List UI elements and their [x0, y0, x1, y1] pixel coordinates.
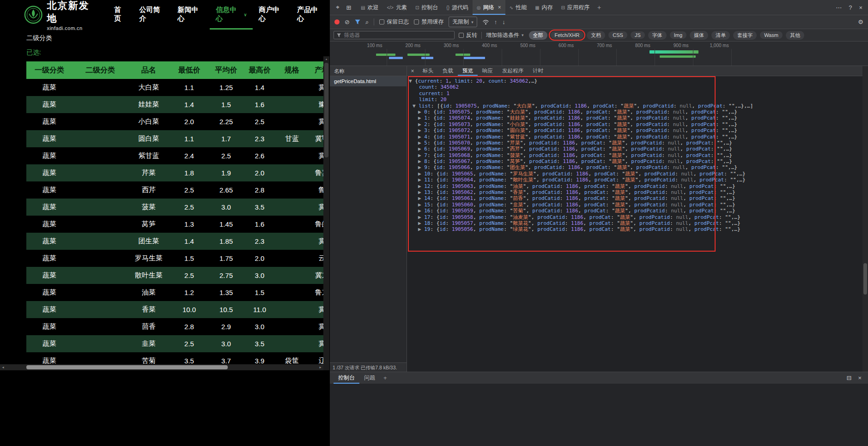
detail-tab-2[interactable]: 预览: [458, 66, 478, 76]
network-conditions-icon[interactable]: [482, 19, 489, 25]
filter-chip-2[interactable]: 文档: [587, 31, 605, 40]
filter-chip-5[interactable]: 字体: [648, 31, 667, 40]
throttling-select[interactable]: 无限制 ▾: [449, 17, 477, 27]
filter-chip-11[interactable]: 其他: [786, 31, 804, 40]
devtools-tab-performance[interactable]: ∿性能: [505, 0, 531, 15]
detail-tab-1[interactable]: 负载: [438, 66, 458, 76]
close-devtools-icon[interactable]: ×: [859, 4, 862, 11]
close-drawer-icon[interactable]: ×: [858, 372, 862, 384]
horizontal-scroll-track[interactable]: [6, 364, 317, 370]
filter-chip-7[interactable]: 媒体: [690, 31, 708, 40]
filter-chip-6[interactable]: Img: [670, 31, 686, 39]
drawer-tab-0[interactable]: 控制台: [334, 372, 359, 384]
horizontal-scroll-thumb[interactable]: [26, 365, 228, 369]
disable-cache-checkbox[interactable]: 禁用缓存: [414, 18, 443, 26]
nav-item-news-center[interactable]: 新闻中心: [171, 0, 210, 30]
devtools-tab-welcome[interactable]: ▤欢迎: [357, 0, 382, 15]
json-item-6[interactable]: ▶ 6: {id: 1905069, prodName: "西芹", prodC…: [407, 146, 868, 152]
nav-item-home[interactable]: 首页: [108, 0, 133, 30]
json-item-4[interactable]: ▶ 4: {id: 1905071, prodName: "紫甘蓝", prod…: [407, 134, 868, 140]
dock-drawer-icon[interactable]: ⊟: [847, 372, 852, 384]
drawer-tab-1[interactable]: 问题: [359, 372, 380, 384]
inspect-element-icon[interactable]: ⌖: [333, 4, 343, 11]
json-item-5[interactable]: ▶ 5: {id: 1905070, prodName: "芹菜", prodC…: [407, 140, 868, 146]
preserve-log-checkbox[interactable]: 保留日志: [379, 18, 409, 26]
nav-item-product-center[interactable]: 产品中心: [291, 0, 329, 30]
filter-chip-8[interactable]: 清单: [711, 31, 730, 40]
json-item-9[interactable]: ▶ 9: {id: 1905066, prodName: "团生菜", prod…: [407, 164, 868, 170]
more-options-icon[interactable]: ⋯: [836, 4, 842, 11]
invert-filter-checkbox[interactable]: 反转: [459, 31, 477, 39]
nav-item-merchant-center[interactable]: 商户中心: [253, 0, 291, 30]
json-item-3[interactable]: ▶ 3: {id: 1905072, prodName: "圆白菜", prod…: [407, 127, 868, 133]
json-prop-current[interactable]: current: 1: [407, 90, 868, 96]
nav-item-company-profile[interactable]: 公司简介: [134, 0, 172, 30]
device-toolbar-icon[interactable]: ⊞: [344, 4, 354, 11]
json-item-7[interactable]: ▶ 7: {id: 1905068, prodName: "菠菜", prodC…: [407, 152, 868, 158]
nav-item-info-center[interactable]: 信息中心∨: [210, 0, 253, 30]
more-tabs-button[interactable]: +: [594, 0, 605, 15]
network-overview-timeline[interactable]: 100 ms200 ms300 ms400 ms500 ms600 ms700 …: [330, 42, 868, 66]
json-item-13[interactable]: ▶ 13: {id: 1905062, prodName: "香菜", prod…: [407, 189, 868, 195]
devtools-tab-application[interactable]: ⊟应用程序: [557, 0, 594, 15]
scroll-up-icon[interactable]: ▴: [323, 56, 329, 62]
detail-tab-4[interactable]: 发起程序: [498, 66, 528, 76]
json-item-19[interactable]: ▶ 19: {id: 1905056, prodName: "绿菜花", pro…: [407, 226, 868, 232]
import-har-icon[interactable]: ↑: [494, 18, 498, 25]
close-tab-icon[interactable]: ×: [498, 4, 501, 11]
json-item-17[interactable]: ▶ 17: {id: 1905058, prodName: "油麦菜", pro…: [407, 214, 868, 220]
devtools-scroll-thumb[interactable]: [863, 263, 867, 295]
record-icon[interactable]: [334, 19, 340, 24]
request-row[interactable]: getPriceData.html: [330, 76, 407, 86]
json-item-18[interactable]: ▶ 18: {id: 1905057, prodName: "散菜花", pro…: [407, 220, 868, 226]
page-vertical-scrollbar[interactable]: ▴ ▾: [323, 56, 329, 370]
price-row: 蔬菜菠菜2.53.03.5冀: [26, 199, 323, 216]
json-item-14[interactable]: ▶ 14: {id: 1905061, prodName: "茴香", prod…: [407, 195, 868, 201]
json-item-1[interactable]: ▶ 1: {id: 1905074, prodName: "娃娃菜", prod…: [407, 115, 868, 121]
json-item-15[interactable]: ▶ 15: {id: 1905060, prodName: "韭菜", prod…: [407, 202, 868, 208]
json-item-10[interactable]: ▶ 10: {id: 1905065, prodName: "罗马生菜", pr…: [407, 171, 868, 177]
vertical-scroll-thumb[interactable]: [324, 63, 328, 157]
close-detail-icon[interactable]: ×: [407, 66, 418, 76]
detail-tab-0[interactable]: 标头: [418, 66, 438, 76]
detail-tab-3[interactable]: 响应: [478, 66, 498, 76]
devtools-tab-elements[interactable]: </>元素: [382, 0, 411, 15]
site-logo[interactable]: 北京新发地 xinfadi.com.cn: [24, 0, 98, 31]
devtools-tab-network[interactable]: ◎网络×: [473, 0, 505, 15]
devtools-tab-memory[interactable]: ▦内存: [531, 0, 557, 15]
filter-chip-3[interactable]: CSS: [608, 31, 627, 39]
search-icon[interactable]: ⌕: [365, 18, 369, 26]
filter-toggle-icon[interactable]: [355, 19, 360, 24]
filter-chip-9[interactable]: 套接字: [733, 31, 757, 40]
json-item-8[interactable]: ▶ 8: {id: 1905067, prodName: "莴笋", prodC…: [407, 158, 868, 164]
json-item-0[interactable]: ▶ 0: {id: 1905075, prodName: "大白菜", prod…: [407, 109, 868, 115]
json-item-11[interactable]: ▶ 11: {id: 1905064, prodName: "散叶生菜", pr…: [407, 177, 868, 183]
json-item-12[interactable]: ▶ 12: {id: 1905063, prodName: "油菜", prod…: [407, 183, 868, 189]
price-row: 蔬菜芹菜1.81.92.0鲁冀: [26, 164, 323, 181]
more-filters-button[interactable]: 增加筛选条件 ▾: [486, 31, 524, 39]
filter-chip-1[interactable]: Fetch/XHR: [551, 31, 584, 39]
help-icon[interactable]: ?: [849, 4, 852, 11]
filter-chip-4[interactable]: JS: [631, 31, 645, 39]
add-drawer-tab-button[interactable]: +: [380, 372, 391, 384]
json-prop-limit[interactable]: limit: 20: [407, 96, 868, 102]
json-item-2[interactable]: ▶ 2: {id: 1905073, prodName: "小白菜", prod…: [407, 121, 868, 127]
clear-icon[interactable]: ⊘: [345, 18, 350, 25]
settings-gear-icon[interactable]: ⚙: [858, 18, 863, 25]
filter-input[interactable]: [344, 32, 451, 38]
devtools-tab-sources[interactable]: {}源代码: [442, 0, 473, 15]
json-list[interactable]: ▼ list: [{id: 1905075, prodName: "大白菜", …: [407, 103, 868, 109]
filter-chip-10[interactable]: Wasm: [760, 31, 783, 39]
json-prop-count[interactable]: count: 345062: [407, 84, 868, 90]
export-har-icon[interactable]: ↓: [502, 18, 505, 25]
requests-column-header[interactable]: 名称: [330, 66, 407, 76]
devtools-scrollbar[interactable]: [862, 66, 868, 372]
json-root[interactable]: ▼ {current: 1, limit: 20, count: 345062,…: [407, 78, 868, 84]
scroll-right-icon[interactable]: ▸: [317, 364, 323, 370]
detail-tab-5[interactable]: 计时: [528, 66, 548, 76]
json-item-16[interactable]: ▶ 16: {id: 1905059, prodName: "苦菊", prod…: [407, 208, 868, 214]
filter-chip-0[interactable]: 全部: [529, 31, 547, 40]
scroll-left-icon[interactable]: ◂: [0, 364, 6, 370]
devtools-tab-console[interactable]: ⊡控制台: [411, 0, 442, 15]
page-horizontal-scrollbar[interactable]: ◂ ▸: [0, 364, 323, 370]
